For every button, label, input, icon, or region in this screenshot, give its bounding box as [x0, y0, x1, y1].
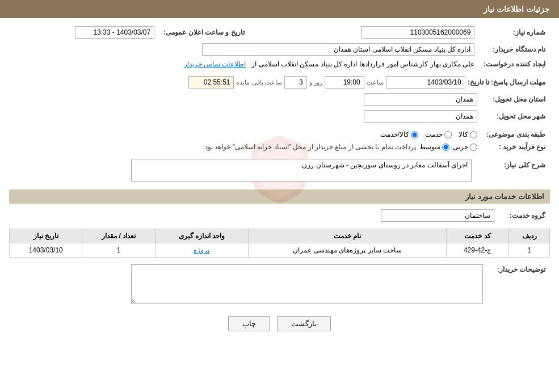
purchase-radio-group: جزیی متوسط پرداخت تمام یا بخشی از مبلغ خ… — [14, 143, 477, 151]
city-label: شهر محل تحویل: — [482, 108, 550, 125]
cell-service-name: ساخت سایر پروژه‌های مهندسی عمران — [249, 243, 447, 258]
city-row: شهر محل تحویل: همدان — [9, 108, 550, 125]
cell-quantity: 1 — [82, 243, 155, 258]
service-group-table: گروه خدمت: ساختمان — [9, 207, 550, 224]
col-service-code: کد خدمت — [446, 229, 509, 243]
deadline-label: مهلت ارسال پاسخ: تا تاریخ: — [468, 78, 545, 86]
city-value: همدان — [9, 108, 482, 125]
page-wrapper: جزئیات اطلاعات نیاز شماره نیاز: 11030051… — [0, 0, 559, 392]
services-table-header: ردیف کد خدمت نام خدمت واحد اندازه گیری ت… — [10, 229, 550, 243]
col-date: تاریخ نیاز — [10, 229, 82, 243]
cell-row-num: 1 — [509, 243, 550, 258]
deadline-remaining-display: 02:55:51 — [188, 76, 234, 88]
province-row: استان محل تحویل: همدان — [9, 91, 550, 108]
deadline-row: مهلت ارسال پاسخ: تا تاریخ: 1403/03/10 سا… — [9, 74, 550, 91]
category-khadamat-item: خدمت — [425, 130, 452, 138]
need-description-value: اجرای آسفالت معابر در روستای سورنجین - ش… — [9, 157, 476, 184]
page-header: جزئیات اطلاعات نیاز — [0, 0, 559, 18]
button-row: بازگشت چاپ — [9, 316, 550, 331]
buyer-notes-textarea[interactable] — [131, 264, 483, 304]
purchase-jozi-label: جزیی — [453, 143, 468, 151]
city-display: همدان — [364, 110, 477, 123]
col-quantity: تعداد / مقدار — [82, 229, 155, 243]
col-service-name: نام خدمت — [249, 229, 447, 243]
category-khadamat-radio[interactable] — [444, 131, 452, 138]
category-kala-khadamat-label: کالا/خدمت — [380, 130, 409, 138]
need-description-label: شرح کلی نیاز: — [476, 157, 550, 184]
purchase-type-label: نوع فرآیند خرید : — [482, 141, 550, 153]
category-radio-group: کالا خدمت کالا/خدمت — [14, 130, 477, 138]
need-description-display: اجرای آسفالت معابر در روستای سورنجین - ش… — [131, 159, 472, 182]
buyer-notes-value — [9, 262, 487, 308]
basic-info-table: شماره نیاز: 1103005162000069 تاریخ و ساع… — [9, 24, 550, 70]
back-button[interactable]: بازگشت — [277, 316, 331, 331]
buyer-org-display: اداره کل بنیاد مسکن انقلاب اسلامی استان … — [202, 43, 474, 56]
buyer-org-row: نام دستگاه خریدار: اداره کل بنیاد مسکن ا… — [9, 41, 550, 58]
category-label: طبقه بندی موضوعی: — [482, 128, 550, 141]
category-table: طبقه بندی موضوعی: کالا خدمت — [9, 128, 550, 153]
category-row: طبقه بندی موضوعی: کالا خدمت — [9, 128, 550, 141]
cell-unit: پروژه — [155, 243, 248, 258]
watermark-section: شرح کلی نیاز: اجرای آسفالت معابر در روست… — [9, 157, 550, 184]
category-value: کالا خدمت کالا/خدمت — [9, 128, 482, 141]
requester-row: ایجاد کننده درخواست: علی مکاری بهار کارش… — [9, 58, 550, 70]
deadline-remaining-label: ساعت باقی مانده — [236, 79, 281, 86]
requester-text: علی مکاری بهار کارشناس امور قراردادها اد… — [251, 60, 474, 68]
service-group-row: گروه خدمت: ساختمان — [9, 207, 550, 224]
col-row-num: ردیف — [509, 229, 550, 243]
services-table: ردیف کد خدمت نام خدمت واحد اندازه گیری ت… — [9, 229, 550, 258]
public-announce-label: تاریخ و ساعت اعلان عمومی: — [159, 24, 249, 41]
province-display: همدان — [364, 93, 477, 106]
page-title: جزئیات اطلاعات نیاز — [484, 5, 550, 14]
service-group-display: ساختمان — [381, 209, 494, 222]
purchase-mottavaset-radio[interactable] — [442, 144, 449, 151]
deadline-date-display: 1403/03/10 — [386, 76, 465, 88]
need-description-row: شرح کلی نیاز: اجرای آسفالت معابر در روست… — [9, 157, 550, 184]
public-announce-display: 1403/03/07 - 13:33 — [75, 26, 154, 39]
service-group-label: گروه خدمت: — [499, 207, 550, 224]
col-unit: واحد اندازه گیری — [155, 229, 248, 243]
province-value: همدان — [9, 91, 482, 108]
deadline-days-label: روز و — [309, 79, 322, 86]
services-section-title: اطلاعات خدمات مورد نیاز — [9, 189, 550, 204]
content-area: شماره نیاز: 1103005162000069 تاریخ و ساع… — [0, 18, 559, 343]
requester-value: علی مکاری بهار کارشناس امور قراردادها اد… — [9, 58, 479, 70]
purchase-type-row: نوع فرآیند خرید : جزیی متوسط پرداخت تمام… — [9, 141, 550, 153]
print-button[interactable]: چاپ — [228, 316, 270, 331]
need-number-display: 1103005162000069 — [361, 26, 474, 39]
category-khadamat-label: خدمت — [425, 130, 443, 138]
buyer-org-label: نام دستگاه خریدار: — [479, 41, 550, 58]
purchase-mottavaset-item: متوسط — [419, 143, 449, 151]
requester-contact-link[interactable]: اطلاعات تماس خریدار — [184, 60, 246, 68]
requester-label: ایجاد کننده درخواست: — [479, 58, 550, 70]
buyer-notes-table: توضیحات خریدار: — [9, 262, 550, 308]
deadline-days-display: 3 — [284, 76, 307, 88]
buyer-notes-label: توضیحات خریدار: — [487, 262, 550, 308]
cell-service-code: ج-42-429 — [446, 243, 509, 258]
purchase-type-value: جزیی متوسط پرداخت تمام یا بخشی از مبلغ خ… — [9, 141, 482, 153]
need-description-table: شرح کلی نیاز: اجرای آسفالت معابر در روست… — [9, 157, 550, 184]
category-kala-label: کالا — [459, 130, 468, 138]
deadline-time-display: 19:00 — [325, 76, 364, 88]
need-number-value: 1103005162000069 — [272, 24, 480, 41]
purchase-description: پرداخت تمام یا بخشی از مبلغ خریدار از مح… — [203, 143, 416, 151]
category-kala-radio[interactable] — [470, 131, 477, 138]
category-kala-khadamat-radio[interactable] — [411, 131, 418, 138]
location-table: استان محل تحویل: همدان شهر محل تحویل: هم… — [9, 91, 550, 125]
purchase-jozi-radio[interactable] — [470, 144, 477, 151]
deadline-time-label: ساعت — [367, 79, 384, 86]
province-label: استان محل تحویل: — [482, 91, 550, 108]
purchase-jozi-item: جزیی — [453, 143, 477, 151]
table-row: 1 ج-42-429 ساخت سایر پروژه‌های مهندسی عم… — [10, 243, 550, 258]
need-number-row: شماره نیاز: 1103005162000069 تاریخ و ساع… — [9, 24, 550, 41]
cell-date: 1403/03/10 — [10, 243, 82, 258]
need-number-label: شماره نیاز: — [479, 24, 550, 41]
buyer-org-value: اداره کل بنیاد مسکن انقلاب اسلامی استان … — [9, 41, 479, 58]
public-announce-value: 1403/03/07 - 13:33 — [9, 24, 159, 41]
service-group-value: ساختمان — [9, 207, 499, 224]
purchase-mottavaset-label: متوسط — [419, 143, 440, 151]
category-kala-khadamat-item: کالا/خدمت — [380, 130, 418, 138]
category-kala-item: کالا — [459, 130, 477, 138]
buyer-notes-row: توضیحات خریدار: — [9, 262, 550, 308]
